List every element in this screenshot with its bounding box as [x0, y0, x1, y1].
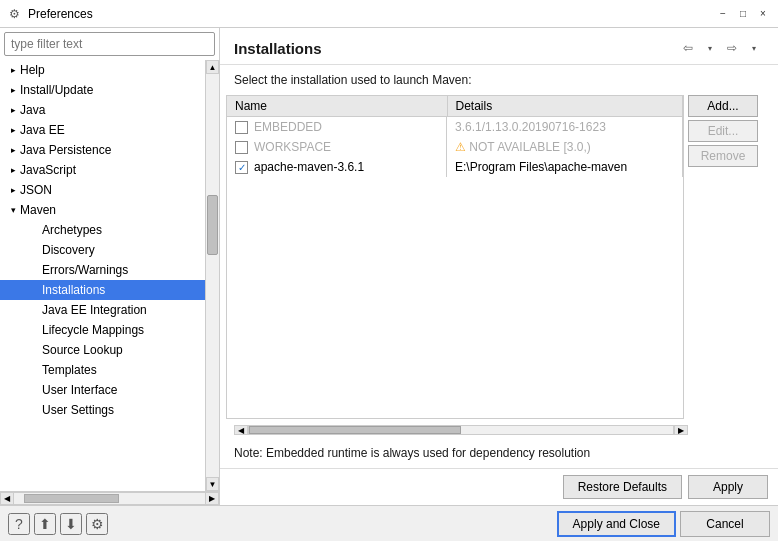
scroll-down-arrow[interactable]: ▼ — [206, 477, 219, 491]
installations-table: Name Details EMBEDDED3.6.1/1.13.0.201907… — [227, 96, 683, 177]
back-button[interactable]: ⇦ — [678, 38, 698, 58]
sidebar-item-label: Source Lookup — [42, 343, 123, 357]
export-icon-btn[interactable]: ⬇ — [60, 513, 82, 535]
sidebar-item-label: Lifecycle Mappings — [42, 323, 144, 337]
sidebar: ▸Help▸Install/Update▸Java▸Java EE▸Java P… — [0, 28, 220, 505]
sidebar-item-java-ee-integration[interactable]: Java EE Integration — [0, 300, 205, 320]
sidebar-item-label: Discovery — [42, 243, 95, 257]
import-icon-btn[interactable]: ⬆ — [34, 513, 56, 535]
row-details: E:\Program Files\apache-maven — [447, 157, 683, 177]
h-right-arrow[interactable]: ▶ — [205, 492, 219, 505]
sidebar-item-user-interface[interactable]: User Interface — [0, 380, 205, 400]
title-bar: ⚙ Preferences − □ × — [0, 0, 778, 28]
filter-input[interactable] — [4, 32, 215, 56]
close-button[interactable]: × — [754, 5, 772, 23]
expander-icon: ▸ — [6, 65, 20, 75]
sidebar-item-label: Help — [20, 63, 45, 77]
sidebar-item-label: Install/Update — [20, 83, 93, 97]
edit-button: Edit... — [688, 120, 758, 142]
title-controls: − □ × — [714, 5, 772, 23]
sidebar-item-label: JavaScript — [20, 163, 76, 177]
panel-title: Installations — [234, 40, 322, 57]
scroll-up-arrow[interactable]: ▲ — [206, 60, 219, 74]
window-title: Preferences — [28, 7, 714, 21]
right-panel: Installations ⇦ ▾ ⇨ ▾ Select the install… — [220, 28, 778, 505]
side-buttons: Add...Edit...Remove — [688, 95, 764, 419]
sidebar-scrollbar: ▲ ▼ — [205, 60, 219, 491]
panel-header: Installations ⇦ ▾ ⇨ ▾ — [220, 28, 778, 65]
sidebar-item-templates[interactable]: Templates — [0, 360, 205, 380]
sidebar-item-user-settings[interactable]: User Settings — [0, 400, 205, 420]
note-text: Note: Embedded runtime is always used fo… — [220, 439, 778, 468]
checkbox-workspace[interactable] — [235, 141, 248, 154]
sidebar-item-label: Maven — [20, 203, 56, 217]
forward-button[interactable]: ⇨ — [722, 38, 742, 58]
sidebar-h-scroll: ◀ ▶ — [0, 491, 219, 505]
sidebar-item-label: Templates — [42, 363, 97, 377]
sidebar-item-label: Java — [20, 103, 45, 117]
forward-dropdown[interactable]: ▾ — [744, 38, 764, 58]
back-dropdown[interactable]: ▾ — [700, 38, 720, 58]
sidebar-item-javascript[interactable]: ▸JavaScript — [0, 160, 205, 180]
add-button[interactable]: Add... — [688, 95, 758, 117]
table-row[interactable]: ✓apache-maven-3.6.1E:\Program Files\apac… — [227, 157, 683, 177]
warn-icon: ⚠ — [455, 140, 469, 154]
apply-button[interactable]: Apply — [688, 475, 768, 499]
col-name: Name — [227, 96, 447, 117]
sidebar-item-discovery[interactable]: Discovery — [0, 240, 205, 260]
tree-area: ▸Help▸Install/Update▸Java▸Java EE▸Java P… — [0, 60, 205, 491]
sidebar-item-maven[interactable]: ▾Maven — [0, 200, 205, 220]
sidebar-item-label: Archetypes — [42, 223, 102, 237]
settings-icon-btn[interactable]: ⚙ — [86, 513, 108, 535]
sidebar-item-label: Installations — [42, 283, 105, 297]
sidebar-item-label: User Settings — [42, 403, 114, 417]
cancel-button[interactable]: Cancel — [680, 511, 770, 537]
h-left-arrow[interactable]: ◀ — [0, 492, 14, 505]
sidebar-item-lifecycle-mappings[interactable]: Lifecycle Mappings — [0, 320, 205, 340]
sidebar-item-label: User Interface — [42, 383, 117, 397]
table-row[interactable]: EMBEDDED3.6.1/1.13.0.20190716-1623 — [227, 117, 683, 138]
row-details: 3.6.1/1.13.0.20190716-1623 — [447, 117, 683, 138]
col-details: Details — [447, 96, 683, 117]
sidebar-item-errors-warnings[interactable]: Errors/Warnings — [0, 260, 205, 280]
row-name: apache-maven-3.6.1 — [254, 160, 364, 174]
checkbox-embedded[interactable] — [235, 121, 248, 134]
sidebar-item-json[interactable]: ▸JSON — [0, 180, 205, 200]
expander-icon: ▸ — [6, 165, 20, 175]
sidebar-item-java-persistence[interactable]: ▸Java Persistence — [0, 140, 205, 160]
bottom-left-icons: ? ⬆ ⬇ ⚙ — [0, 513, 116, 535]
bottom-buttons: Restore DefaultsApply — [220, 468, 778, 505]
row-name: EMBEDDED — [254, 120, 322, 134]
sidebar-item-java-ee[interactable]: ▸Java EE — [0, 120, 205, 140]
sidebar-item-label: Java Persistence — [20, 143, 111, 157]
sidebar-item-archetypes[interactable]: Archetypes — [0, 220, 205, 240]
expander-icon: ▸ — [6, 85, 20, 95]
scroll-thumb[interactable] — [207, 195, 218, 255]
maximize-button[interactable]: □ — [734, 5, 752, 23]
horiz-scroll-container: ◀ ▶ — [234, 423, 688, 437]
sidebar-item-java[interactable]: ▸Java — [0, 100, 205, 120]
checkbox-apache-maven[interactable]: ✓ — [235, 161, 248, 174]
table-row[interactable]: WORKSPACE⚠ NOT AVAILABLE [3.0,) — [227, 137, 683, 157]
row-name: WORKSPACE — [254, 140, 331, 154]
expander-icon: ▸ — [6, 105, 20, 115]
sidebar-item-source-lookup[interactable]: Source Lookup — [0, 340, 205, 360]
sidebar-item-label: Errors/Warnings — [42, 263, 128, 277]
title-icon: ⚙ — [6, 6, 22, 22]
minimize-button[interactable]: − — [714, 5, 732, 23]
sidebar-item-label: Java EE — [20, 123, 65, 137]
row-details: ⚠ NOT AVAILABLE [3.0,) — [447, 137, 683, 157]
h-scroll-thumb[interactable] — [249, 426, 461, 434]
apply-and-close-button[interactable]: Apply and Close — [557, 511, 676, 537]
panel-description: Select the installation used to launch M… — [220, 65, 778, 95]
h-right-arrow[interactable]: ▶ — [674, 425, 688, 435]
sidebar-item-install-update[interactable]: ▸Install/Update — [0, 80, 205, 100]
remove-button: Remove — [688, 145, 758, 167]
help-icon-btn[interactable]: ? — [8, 513, 30, 535]
sidebar-item-help[interactable]: ▸Help — [0, 60, 205, 80]
h-left-arrow[interactable]: ◀ — [234, 425, 248, 435]
restore-defaults-button[interactable]: Restore Defaults — [563, 475, 682, 499]
sidebar-item-installations[interactable]: Installations — [0, 280, 205, 300]
expander-icon: ▸ — [6, 145, 20, 155]
bottom-right-btns: Apply and CloseCancel — [549, 511, 778, 537]
